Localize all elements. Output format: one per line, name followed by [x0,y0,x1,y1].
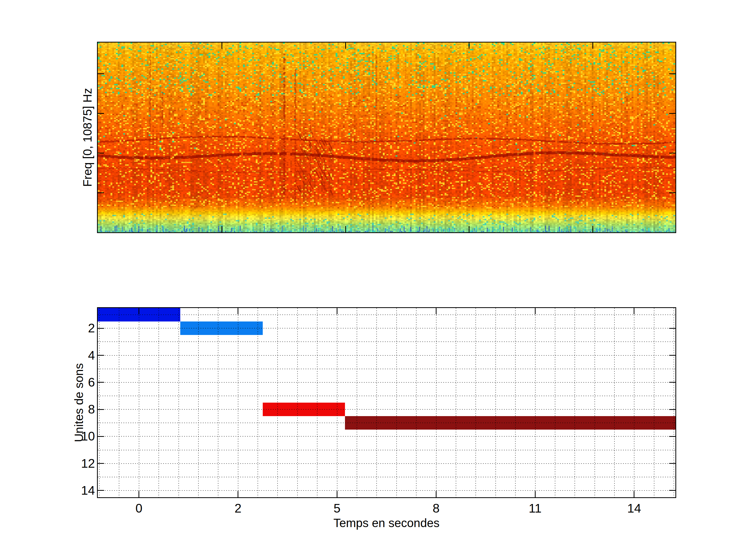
spectrogram-axes [97,42,676,233]
gantt-x-tick-bottom [238,491,238,497]
spectrogram-image [98,43,675,232]
gantt-x-tick-top [634,308,635,314]
gantt-vertical-gridline [238,308,238,497]
gantt-horizontal-gridline [98,396,675,396]
gantt-x-axis-label: Temps en secondes [333,517,439,529]
gantt-vertical-gridline [218,308,218,497]
gantt-y-tick-left [98,436,104,437]
spectrogram-x-tick-bottom [592,226,593,232]
gantt-y-tick-left [98,463,104,464]
gantt-x-tick-bottom [634,491,635,497]
spectrogram-x-tick-bottom [345,226,346,232]
spectrogram-x-tick-bottom [222,226,222,232]
gantt-horizontal-gridline [98,436,675,436]
gantt-vertical-gridline [436,308,437,497]
gantt-y-tick-right [669,355,675,356]
spectrogram-y-axis-label: Freq [0, 10875] Hz [81,88,93,187]
gantt-y-tick-label: 2 [88,322,95,335]
spectrogram-y-tick-left [98,113,104,114]
gantt-y-tick-left [98,328,104,329]
gantt-vertical-gridline [277,308,278,497]
gantt-horizontal-gridline [98,328,675,328]
gantt-horizontal-gridline [98,423,675,423]
gantt-horizontal-gridline [98,490,675,491]
gantt-y-tick-left [98,355,104,356]
gantt-y-tick-right [669,463,675,464]
gantt-vertical-gridline [396,308,397,497]
gantt-x-tick-bottom [535,491,536,497]
spectrogram-y-tick-left [98,153,104,154]
gantt-vertical-gridline [198,308,199,497]
gantt-vertical-gridline [258,308,258,497]
gantt-vertical-gridline [574,308,575,497]
gantt-vertical-gridline [139,308,139,497]
gantt-vertical-gridline [337,308,337,497]
gantt-x-tick-bottom [337,491,337,497]
gantt-y-tick-label: 10 [81,430,95,443]
gantt-vertical-gridline [158,308,159,497]
gantt-y-tick-left [98,409,104,410]
spectrogram-y-tick-right [669,192,675,193]
gantt-vertical-gridline [515,308,516,497]
gantt-x-tick-label: 2 [234,502,241,515]
spectrogram-y-tick-left [98,192,104,193]
gantt-horizontal-gridline [98,477,675,477]
spectrogram-x-tick-top [592,43,593,49]
gantt-horizontal-gridline [98,342,675,342]
gantt-x-tick-label: 5 [334,502,340,515]
figure-window: { "figure": { "width": 2880, "height": 2… [0,0,747,560]
gantt-y-tick-right [669,409,675,410]
gantt-vertical-gridline [416,308,416,497]
spectrogram-y-tick-left [98,73,104,74]
gantt-vertical-gridline [475,308,476,497]
gantt-vertical-gridline [674,308,674,497]
gantt-vertical-gridline [634,308,635,497]
gantt-vertical-gridline [317,308,317,497]
gantt-vertical-gridline [654,308,654,497]
gantt-vertical-gridline [614,308,615,497]
gantt-vertical-gridline [456,308,456,497]
gantt-x-tick-bottom [138,491,139,497]
gantt-y-tick-right [669,490,675,491]
gantt-horizontal-gridline [98,382,675,383]
gantt-vertical-gridline [297,308,298,497]
gantt-x-tick-top [535,308,536,314]
gantt-y-tick-right [669,436,675,437]
spectrogram-x-tick-top [469,43,469,49]
gantt-x-tick-label: 8 [433,502,440,515]
gantt-y-tick-label: 12 [81,457,95,470]
gantt-x-tick-top [436,308,437,314]
spectrogram-x-tick-bottom [469,226,469,232]
spectrogram-x-tick-top [345,43,346,49]
gantt-horizontal-gridline [98,409,675,410]
spectrogram-x-tick-top [222,43,222,49]
gantt-y-tick-label: 14 [81,484,95,497]
spectrogram-y-tick-right [669,113,675,114]
gantt-x-tick-label: 11 [529,502,542,515]
gantt-x-tick-bottom [436,491,437,497]
gantt-y-tick-right [669,328,675,329]
gantt-x-tick-label: 14 [627,502,641,515]
gantt-y-tick-right [669,382,675,383]
spectrogram-y-tick-right [669,153,675,154]
gantt-y-tick-left [98,490,104,491]
gantt-horizontal-gridline [98,450,675,450]
gantt-vertical-gridline [376,308,377,497]
gantt-y-tick-label: 4 [88,349,95,362]
gantt-axes [97,307,676,498]
gantt-horizontal-gridline [98,463,675,464]
gantt-y-tick-label: 6 [88,376,95,389]
gantt-y-tick-label: 8 [88,403,95,416]
gantt-x-tick-top [138,308,139,314]
gantt-horizontal-gridline [98,355,675,356]
gantt-vertical-gridline [594,308,595,497]
gantt-vertical-gridline [357,308,357,497]
spectrogram-y-tick-right [669,73,675,74]
gantt-x-tick-top [238,308,238,314]
gantt-vertical-gridline [119,308,119,497]
gantt-x-tick-top [337,308,337,314]
gantt-vertical-gridline [178,308,179,497]
gantt-horizontal-gridline [98,315,675,315]
gantt-vertical-gridline [535,308,536,497]
gantt-vertical-gridline [555,308,555,497]
